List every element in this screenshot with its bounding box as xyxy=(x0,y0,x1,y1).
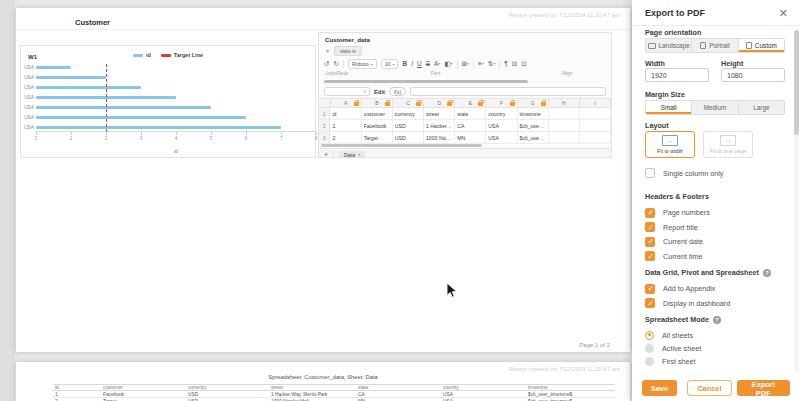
borders-button[interactable]: ⊞▾ xyxy=(462,60,469,68)
radio-row-first-sheet[interactable]: First sheet xyxy=(645,355,785,368)
save-button[interactable]: Save xyxy=(642,380,677,396)
grid-cell[interactable]: USA xyxy=(486,132,517,144)
grid-cell[interactable] xyxy=(580,108,611,120)
italic-button[interactable]: I xyxy=(411,60,413,68)
grid-column-header-e[interactable]: E xyxy=(455,99,486,108)
font-family-select[interactable]: Roboto▾ xyxy=(348,59,377,69)
option-medium[interactable]: Medium xyxy=(691,101,737,114)
width-input[interactable] xyxy=(645,68,709,82)
grid-cell[interactable]: 2 xyxy=(330,132,361,144)
grid-cell[interactable]: currency xyxy=(393,108,424,120)
option-custom[interactable]: Custom xyxy=(738,39,784,52)
height-input[interactable] xyxy=(721,68,785,82)
grid-column-header-b[interactable]: B xyxy=(362,99,393,108)
export-pdf-button[interactable]: Export PDF xyxy=(737,380,790,396)
grid-cell[interactable]: USD xyxy=(393,120,424,132)
grid-row-number[interactable]: 3 xyxy=(319,132,330,144)
horizontal-align-button[interactable]: ≡▾ xyxy=(478,60,484,68)
merge-cells-button[interactable]: ⊟ xyxy=(512,60,517,68)
checkbox-page-numbers[interactable] xyxy=(645,208,655,218)
grid-column-header-a[interactable]: A xyxy=(331,99,362,108)
formula-input[interactable] xyxy=(410,87,606,96)
vertical-align-button[interactable]: ⇅▾ xyxy=(488,60,495,68)
grid-column-header-d[interactable]: D xyxy=(424,99,455,108)
bar[interactable] xyxy=(36,86,141,89)
grid-cell[interactable]: id xyxy=(330,108,361,120)
grid-column-header-c[interactable]: C xyxy=(393,99,424,108)
grid-cell[interactable] xyxy=(580,132,611,144)
font-size-select[interactable]: 10▾ xyxy=(381,59,399,69)
grid-row-number[interactable]: 2 xyxy=(319,120,330,132)
bar[interactable] xyxy=(36,126,281,129)
radio-first-sheet[interactable] xyxy=(645,357,654,366)
wrap-text-button[interactable]: ¶ xyxy=(504,60,508,68)
grid-cell[interactable]: Facebook xyxy=(362,120,393,132)
bold-button[interactable]: B xyxy=(402,60,407,68)
grid-column-header-f[interactable]: F xyxy=(486,99,517,108)
checkbox-row-add-to-appendix[interactable]: Add to Appendix xyxy=(645,282,785,297)
single-column-checkbox[interactable] xyxy=(645,168,655,178)
underline-button[interactable]: U xyxy=(417,60,422,68)
checkbox-row-display-in-dashboard[interactable]: Display in dashboard xyxy=(645,296,785,311)
checkbox-row-page-numbers[interactable]: Page numbers xyxy=(645,206,785,221)
grid-cell[interactable] xyxy=(549,132,580,144)
checkbox-row-current-time[interactable]: Current time xyxy=(645,249,785,264)
grid-cell[interactable] xyxy=(549,120,580,132)
checkbox-current-date[interactable] xyxy=(645,237,655,247)
fill-color-button[interactable]: ◧▾ xyxy=(444,60,452,68)
grid-row-number[interactable]: 1 xyxy=(319,108,330,120)
single-column-checkbox-row[interactable]: Single column only xyxy=(645,166,785,181)
checkbox-row-report-title[interactable]: Report title xyxy=(645,220,785,235)
radio-row-all-sheets[interactable]: All sheets xyxy=(645,329,785,342)
grid-cell[interactable]: $clt_user_timezone$ xyxy=(518,132,549,144)
redo-icon[interactable]: ↻ xyxy=(333,60,338,68)
font-color-button[interactable]: A▾ xyxy=(434,60,440,68)
fx-button[interactable]: f(x) xyxy=(389,87,406,96)
help-icon[interactable]: ? xyxy=(763,269,771,277)
strikethrough-button[interactable]: S xyxy=(426,60,430,68)
option-small[interactable]: Small xyxy=(646,101,691,114)
grid-cell[interactable]: state xyxy=(455,108,486,120)
grid-column-header-h[interactable]: H xyxy=(549,99,580,108)
grid-cell[interactable]: country xyxy=(486,108,517,120)
grid-cell[interactable]: timezone xyxy=(518,108,549,120)
bar[interactable] xyxy=(36,66,71,69)
checkbox-add-to-appendix[interactable] xyxy=(645,284,655,294)
name-box[interactable]: ▾ xyxy=(324,87,370,96)
checkbox-current-time[interactable] xyxy=(645,251,655,261)
checkbox-row-current-date[interactable]: Current date xyxy=(645,235,785,250)
grid-hscrollbar[interactable] xyxy=(319,144,611,148)
grid-cell[interactable] xyxy=(549,108,580,120)
checkbox-display-in-dashboard[interactable] xyxy=(645,298,655,308)
edit-mode-label[interactable]: Edit xyxy=(374,89,385,95)
bar[interactable] xyxy=(36,76,106,79)
panel-scrollbar-thumb[interactable] xyxy=(794,30,799,135)
option-landscape[interactable]: Landscape xyxy=(646,39,691,52)
filter-chip[interactable]: state is xyxy=(334,46,362,56)
radio-active-sheet[interactable] xyxy=(645,344,654,353)
grid-cell[interactable]: MN xyxy=(455,132,486,144)
legend-item-id[interactable]: id xyxy=(133,52,151,58)
grid-cell[interactable]: Target xyxy=(362,132,393,144)
format-button[interactable]: ⊡ xyxy=(521,60,526,68)
toolbar-scrollbar[interactable] xyxy=(324,80,528,83)
spreadsheet-widget[interactable]: Customer_data ▼ state is ↺↻Roboto▾10▾BIU… xyxy=(318,32,612,158)
radio-all-sheets[interactable] xyxy=(645,331,654,340)
grid-cell[interactable]: USD xyxy=(393,132,424,144)
legend-item-target-line[interactable]: Target Line xyxy=(161,52,203,58)
grid-select-all[interactable] xyxy=(319,99,331,108)
radio-row-active-sheet[interactable]: Active sheet xyxy=(645,342,785,355)
close-icon[interactable]: ✕ xyxy=(779,8,788,18)
grid-cell[interactable]: 1 Hacker Way, Menlo Park xyxy=(424,120,455,132)
bar[interactable] xyxy=(36,106,211,109)
option-large[interactable]: Large xyxy=(738,101,784,114)
grid-column-header-i[interactable]: I xyxy=(580,99,611,108)
grid-column-header-g[interactable]: G xyxy=(518,99,549,108)
undo-icon[interactable]: ↺ xyxy=(324,60,329,68)
grid-cell[interactable]: 1 xyxy=(330,120,361,132)
grid-cell[interactable]: CA xyxy=(455,120,486,132)
cancel-button[interactable]: Cancel xyxy=(687,380,731,396)
option-portrait[interactable]: Portrait xyxy=(691,39,737,52)
fit-to-one-page-card[interactable]: ▭ Fit to one page xyxy=(703,131,753,158)
grid-cell[interactable]: USA xyxy=(486,120,517,132)
